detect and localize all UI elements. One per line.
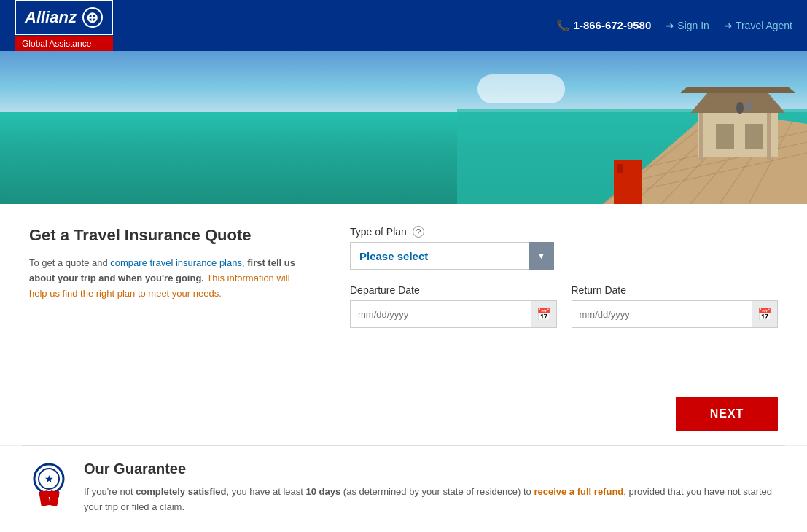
departure-input-wrapper: 📅	[350, 300, 557, 328]
help-icon[interactable]: ?	[413, 226, 424, 238]
svg-rect-19	[699, 113, 703, 160]
svg-rect-28	[41, 491, 59, 497]
guarantee-days-text: 10 days	[306, 486, 341, 497]
phone-icon: 📞	[556, 19, 570, 31]
svg-text:★: ★	[44, 473, 54, 485]
travel-agent-link[interactable]: ➜ Travel Agent	[724, 20, 792, 31]
hero-image	[0, 51, 807, 204]
sign-in-arrow-icon: ➜	[666, 20, 674, 31]
page-title: Get a Travel Insurance Quote	[29, 226, 306, 245]
content-grid: Get a Travel Insurance Quote To get a qu…	[29, 226, 778, 328]
left-column: Get a Travel Insurance Quote To get a qu…	[29, 226, 306, 328]
next-button[interactable]: NEXT	[676, 397, 778, 431]
header-right: 📞 1-866-672-9580 ➜ Sign In ➜ Travel Agen…	[556, 19, 792, 32]
pier-svg	[457, 51, 807, 204]
logo-area: Allianz ⊕ Global Assistance	[15, 0, 113, 51]
guarantee-content: Our Guarantee If you're not completely s…	[84, 461, 778, 515]
svg-rect-16	[716, 124, 734, 149]
svg-rect-15	[698, 113, 778, 157]
sign-in-link[interactable]: ➜ Sign In	[666, 20, 709, 31]
departure-date-input[interactable]	[350, 300, 557, 328]
plan-select[interactable]: Please select Single Trip Annual/Multi-T…	[350, 242, 554, 270]
svg-marker-18	[679, 87, 796, 93]
phone-number: 📞 1-866-672-9580	[556, 19, 651, 32]
logo-text: Allianz	[25, 8, 77, 27]
allianz-icon: ⊕	[82, 7, 103, 28]
svg-rect-17	[745, 124, 763, 149]
departure-calendar-icon[interactable]: 📅	[531, 300, 557, 328]
right-column: Type of Plan ? Please select Single Trip…	[350, 226, 778, 328]
guarantee-section: ★ Our Guarantee If you're not completely…	[0, 446, 807, 532]
global-assistance-label: Global Assistance	[15, 36, 113, 51]
guarantee-text: If you're not completely satisfied, you …	[84, 485, 778, 515]
svg-point-22	[746, 101, 752, 112]
guarantee-refund-text: receive a full refund	[534, 486, 623, 497]
guarantee-satisfied-text: completely satisfied	[136, 486, 226, 497]
guarantee-icon-area: ★	[29, 461, 69, 508]
return-date-label: Return Date	[572, 284, 779, 296]
type-of-plan-group: Type of Plan ? Please select Single Trip…	[350, 226, 778, 270]
site-header: Allianz ⊕ Global Assistance 📞 1-866-672-…	[0, 0, 807, 51]
return-calendar-icon[interactable]: 📅	[752, 300, 778, 328]
guarantee-title: Our Guarantee	[84, 461, 778, 477]
svg-rect-13	[617, 164, 623, 173]
next-button-row: NEXT	[0, 386, 807, 445]
intro-paragraph: To get a quote and compare travel insura…	[29, 256, 306, 301]
dates-row: Departure Date 📅 Return Date 📅	[350, 284, 778, 328]
return-date-input[interactable]	[572, 300, 779, 328]
departure-date-label: Departure Date	[350, 284, 557, 296]
return-date-group: Return Date 📅	[572, 284, 779, 328]
type-of-plan-label: Type of Plan ?	[350, 226, 778, 238]
guarantee-medal-icon: ★	[29, 461, 69, 508]
main-content: Get a Travel Insurance Quote To get a qu…	[0, 204, 807, 386]
compare-plans-link[interactable]: compare travel insurance plans	[110, 257, 242, 268]
return-input-wrapper: 📅	[572, 300, 779, 328]
plan-select-wrapper: Please select Single Trip Annual/Multi-T…	[350, 242, 554, 270]
logo-box: Allianz ⊕	[15, 0, 113, 35]
svg-point-21	[736, 102, 744, 114]
travel-agent-arrow-icon: ➜	[724, 20, 733, 31]
svg-rect-20	[767, 113, 771, 160]
departure-date-group: Departure Date 📅	[350, 284, 557, 328]
